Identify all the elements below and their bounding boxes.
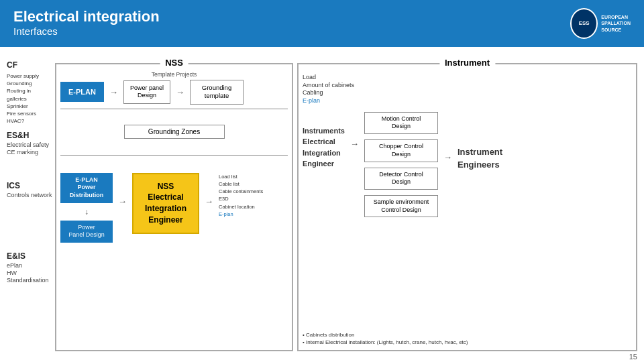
page-header: Electrical integration Interfaces ESS EU… xyxy=(0,0,644,47)
inst-info-text: Load Amount of cabinets Cabling E-plan xyxy=(303,74,354,105)
logo-text: EUROPEAN SPALLATION SOURCE xyxy=(601,14,631,32)
control-design-stack: Motion ControlDesign Chopper ControlDesi… xyxy=(364,112,438,221)
arrow4: → xyxy=(205,196,213,206)
internal-note: Internal Electrical installation: (Light… xyxy=(303,339,632,346)
detector-control-box: Detector ControlDesign xyxy=(364,168,438,190)
divider2 xyxy=(60,155,288,156)
esh-label: ES&H xyxy=(7,131,49,140)
ics-sublabel: Controls network xyxy=(7,192,52,199)
template-projects-label: Template Projects xyxy=(60,71,288,78)
arrow1: → xyxy=(109,87,118,97)
eplan-power-box: E-PLANPower Distribution xyxy=(60,173,113,203)
arrow3: → xyxy=(118,196,127,206)
arrow5: → xyxy=(350,139,359,149)
page-title: Electrical integration xyxy=(13,8,631,25)
bottom-notes-list: Cabinets distribution Internal Electrica… xyxy=(303,331,632,346)
eplan-blue-text: E-plan xyxy=(303,97,320,104)
load-list-text: Load list Cable list Cable containments … xyxy=(219,173,263,219)
grounding-zones-box: Grounding Zones xyxy=(124,125,225,139)
instrument-zone: Instrument Load Amount of cabinets Cabli… xyxy=(297,63,637,351)
cf-boxes-row: E-PLAN → Power panelDesign → Grounding t… xyxy=(60,80,288,105)
cf-label: CF xyxy=(7,60,52,70)
logo-circle: ESS xyxy=(570,8,598,39)
bottom-notes: Cabinets distribution Internal Electrica… xyxy=(303,331,632,346)
instruments-engineer-box: InstrumentsElectricalIntegrationEngineer xyxy=(303,125,345,170)
nss-zone-title: NSS xyxy=(160,58,189,68)
instrument-zone-title: Instrument xyxy=(439,58,495,68)
motion-control-box: Motion ControlDesign xyxy=(364,112,438,134)
eplan-power-stack: E-PLANPower Distribution ↓ PowerPanel De… xyxy=(60,173,113,243)
instrument-main-layout: InstrumentsElectricalIntegrationEngineer… xyxy=(303,112,632,221)
eis-label-area: E&IS ePlanHW Standardisation xyxy=(7,247,52,328)
labels-column: CF Power supplyGroundingRouting in galle… xyxy=(7,56,55,351)
grounding-template-box: Grounding template xyxy=(190,80,244,105)
ics-label: ICS xyxy=(7,181,52,190)
cf-bullets: Power supplyGroundingRouting in gallerie… xyxy=(7,72,52,125)
esh-sublabel: Electrical safetyCE marking xyxy=(7,141,49,156)
sample-env-box: Sample environmentControl Design xyxy=(364,195,438,217)
ics-label-area: ICS Controls network xyxy=(7,177,52,247)
eis-sublabel: ePlanHW Standardisation xyxy=(7,262,52,284)
instrument-engineers-label: InstrumentEngineers xyxy=(458,145,502,172)
ics-eis-row: E-PLANPower Distribution ↓ PowerPanel De… xyxy=(60,160,288,263)
eis-label: E&IS xyxy=(7,251,52,261)
arrow-down1: ↓ xyxy=(85,207,89,217)
esh-label-area: ES&H Electrical safetyCE marking xyxy=(7,127,52,177)
power-panel-box2: PowerPanel Design xyxy=(60,221,113,243)
instrument-info-row: Load Amount of cabinets Cabling E-plan xyxy=(303,74,632,108)
cabinets-note: Cabinets distribution xyxy=(303,331,632,339)
esh-row: Grounding Zones xyxy=(60,112,288,152)
main-content: CF Power supplyGroundingRouting in galle… xyxy=(0,47,644,355)
cf-row: Template Projects E-PLAN → Power panelDe… xyxy=(60,71,288,105)
arrow2: → xyxy=(176,87,184,97)
nss-zone: NSS Template Projects E-PLAN → Power pan… xyxy=(55,63,293,351)
cf-label-area: CF Power supplyGroundingRouting in galle… xyxy=(7,56,52,127)
divider1 xyxy=(60,109,288,109)
arrow6: → xyxy=(443,152,452,162)
eplan-box: E-PLAN xyxy=(60,82,104,102)
page-subtitle: Interfaces xyxy=(13,25,631,37)
page-number: 15 xyxy=(629,353,637,361)
logo-area: ESS EUROPEAN SPALLATION SOURCE xyxy=(570,7,631,40)
power-panel-box: Power panelDesign xyxy=(123,80,170,104)
eplan-link: E-plan xyxy=(219,211,233,217)
chopper-control-box: Chopper ControlDesign xyxy=(364,139,438,162)
nss-engineer-box: NSSElectricalIntegrationEngineer xyxy=(132,173,199,234)
